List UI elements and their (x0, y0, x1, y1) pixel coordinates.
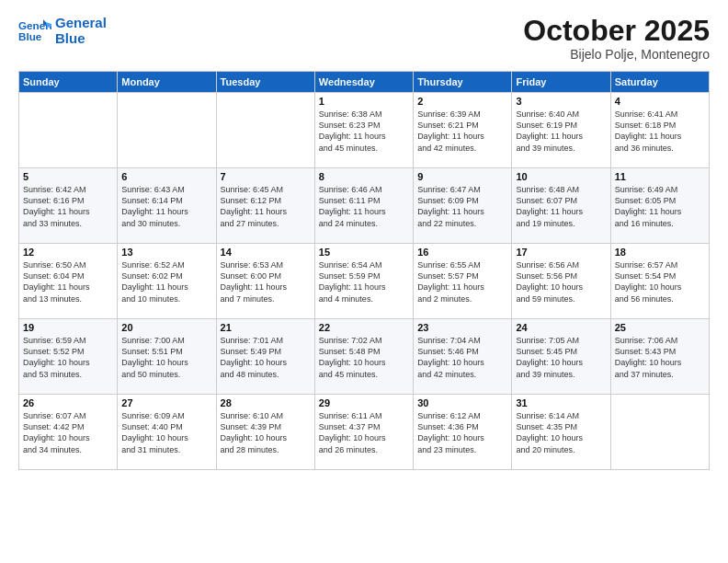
cell-daylight-info: Sunrise: 6:54 AM Sunset: 5:59 PM Dayligh… (319, 259, 409, 304)
cell-daylight-info: Sunrise: 6:09 AM Sunset: 4:40 PM Dayligh… (121, 410, 211, 455)
calendar-cell: 16Sunrise: 6:55 AM Sunset: 5:57 PM Dayli… (414, 244, 512, 319)
day-number: 18 (615, 247, 705, 258)
day-number: 24 (516, 322, 606, 333)
day-number: 12 (23, 247, 113, 258)
cell-daylight-info: Sunrise: 6:53 AM Sunset: 6:00 PM Dayligh… (221, 259, 311, 304)
calendar-cell: 22Sunrise: 7:02 AM Sunset: 5:48 PM Dayli… (314, 319, 413, 395)
cell-daylight-info: Sunrise: 7:04 AM Sunset: 5:46 PM Dayligh… (417, 335, 507, 380)
cell-daylight-info: Sunrise: 6:47 AM Sunset: 6:09 PM Dayligh… (417, 184, 507, 229)
calendar-cell: 2Sunrise: 6:39 AM Sunset: 6:21 PM Daylig… (414, 93, 512, 168)
calendar-cell: 13Sunrise: 6:52 AM Sunset: 6:02 PM Dayli… (118, 244, 216, 319)
cell-daylight-info: Sunrise: 6:40 AM Sunset: 6:19 PM Dayligh… (516, 109, 606, 154)
day-number: 8 (319, 171, 409, 182)
cell-daylight-info: Sunrise: 6:11 AM Sunset: 4:37 PM Dayligh… (319, 410, 409, 455)
calendar-cell: 3Sunrise: 6:40 AM Sunset: 6:19 PM Daylig… (512, 93, 610, 168)
day-number: 27 (121, 397, 211, 408)
calendar-cell: 31Sunrise: 6:14 AM Sunset: 4:35 PM Dayli… (512, 395, 610, 470)
day-number: 6 (121, 171, 211, 182)
day-number: 13 (121, 247, 211, 258)
calendar-cell: 8Sunrise: 6:46 AM Sunset: 6:11 PM Daylig… (314, 168, 413, 244)
cell-daylight-info: Sunrise: 7:05 AM Sunset: 5:45 PM Dayligh… (516, 335, 606, 380)
day-number: 16 (417, 247, 507, 258)
cell-daylight-info: Sunrise: 6:14 AM Sunset: 4:35 PM Dayligh… (516, 410, 606, 455)
cell-daylight-info: Sunrise: 6:52 AM Sunset: 6:02 PM Dayligh… (121, 259, 211, 304)
day-number: 17 (516, 247, 606, 258)
day-number: 29 (319, 397, 409, 408)
month-title: October 2025 (523, 15, 710, 47)
location-subtitle: Bijelo Polje, Montenegro (523, 47, 710, 62)
day-number: 23 (417, 322, 507, 333)
calendar-cell: 7Sunrise: 6:45 AM Sunset: 6:12 PM Daylig… (216, 168, 314, 244)
cell-daylight-info: Sunrise: 6:49 AM Sunset: 6:05 PM Dayligh… (615, 184, 705, 229)
calendar-cell: 28Sunrise: 6:10 AM Sunset: 4:39 PM Dayli… (216, 395, 314, 470)
day-header-sunday: Sunday (19, 72, 118, 93)
calendar-cell: 18Sunrise: 6:57 AM Sunset: 5:54 PM Dayli… (610, 244, 709, 319)
day-number: 15 (319, 247, 409, 258)
cell-daylight-info: Sunrise: 6:55 AM Sunset: 5:57 PM Dayligh… (417, 259, 507, 304)
cell-daylight-info: Sunrise: 6:42 AM Sunset: 6:16 PM Dayligh… (23, 184, 113, 229)
day-number: 28 (221, 397, 311, 408)
cell-daylight-info: Sunrise: 6:57 AM Sunset: 5:54 PM Dayligh… (615, 259, 705, 304)
calendar-cell: 14Sunrise: 6:53 AM Sunset: 6:00 PM Dayli… (216, 244, 314, 319)
calendar-cell: 12Sunrise: 6:50 AM Sunset: 6:04 PM Dayli… (19, 244, 118, 319)
cell-daylight-info: Sunrise: 7:06 AM Sunset: 5:43 PM Dayligh… (615, 335, 705, 380)
calendar-header-row: SundayMondayTuesdayWednesdayThursdayFrid… (19, 72, 710, 93)
calendar-cell: 9Sunrise: 6:47 AM Sunset: 6:09 PM Daylig… (414, 168, 512, 244)
day-header-thursday: Thursday (414, 72, 512, 93)
day-header-monday: Monday (118, 72, 216, 93)
title-block: October 2025 Bijelo Polje, Montenegro (523, 15, 710, 62)
day-header-tuesday: Tuesday (216, 72, 314, 93)
page-header: General Blue General Blue October 2025 B… (18, 15, 710, 62)
day-number: 9 (417, 171, 507, 182)
day-number: 7 (221, 171, 311, 182)
day-header-friday: Friday (512, 72, 610, 93)
day-number: 4 (615, 96, 705, 107)
logo-text: General Blue (55, 15, 107, 47)
logo: General Blue General Blue (18, 15, 107, 47)
calendar-week-row: 19Sunrise: 6:59 AM Sunset: 5:52 PM Dayli… (19, 319, 710, 395)
day-number: 22 (319, 322, 409, 333)
cell-daylight-info: Sunrise: 6:59 AM Sunset: 5:52 PM Dayligh… (23, 335, 113, 380)
calendar-cell: 30Sunrise: 6:12 AM Sunset: 4:36 PM Dayli… (414, 395, 512, 470)
cell-daylight-info: Sunrise: 7:02 AM Sunset: 5:48 PM Dayligh… (319, 335, 409, 380)
cell-daylight-info: Sunrise: 6:45 AM Sunset: 6:12 PM Dayligh… (221, 184, 311, 229)
calendar-cell: 1Sunrise: 6:38 AM Sunset: 6:23 PM Daylig… (314, 93, 413, 168)
day-number: 11 (615, 171, 705, 182)
day-number: 21 (221, 322, 311, 333)
calendar-cell: 17Sunrise: 6:56 AM Sunset: 5:56 PM Dayli… (512, 244, 610, 319)
calendar-cell: 4Sunrise: 6:41 AM Sunset: 6:18 PM Daylig… (610, 93, 709, 168)
day-number: 19 (23, 322, 113, 333)
calendar-cell: 21Sunrise: 7:01 AM Sunset: 5:49 PM Dayli… (216, 319, 314, 395)
calendar-cell: 20Sunrise: 7:00 AM Sunset: 5:51 PM Dayli… (118, 319, 216, 395)
calendar-cell (610, 395, 709, 470)
cell-daylight-info: Sunrise: 7:01 AM Sunset: 5:49 PM Dayligh… (221, 335, 311, 380)
svg-text:Blue: Blue (18, 30, 42, 42)
calendar-cell: 6Sunrise: 6:43 AM Sunset: 6:14 PM Daylig… (118, 168, 216, 244)
calendar-cell: 27Sunrise: 6:09 AM Sunset: 4:40 PM Dayli… (118, 395, 216, 470)
day-number: 5 (23, 171, 113, 182)
calendar-cell: 29Sunrise: 6:11 AM Sunset: 4:37 PM Dayli… (314, 395, 413, 470)
calendar-cell: 25Sunrise: 7:06 AM Sunset: 5:43 PM Dayli… (610, 319, 709, 395)
cell-daylight-info: Sunrise: 6:39 AM Sunset: 6:21 PM Dayligh… (417, 109, 507, 154)
cell-daylight-info: Sunrise: 6:43 AM Sunset: 6:14 PM Dayligh… (121, 184, 211, 229)
cell-daylight-info: Sunrise: 7:00 AM Sunset: 5:51 PM Dayligh… (121, 335, 211, 380)
day-number: 30 (417, 397, 507, 408)
calendar-week-row: 12Sunrise: 6:50 AM Sunset: 6:04 PM Dayli… (19, 244, 710, 319)
calendar-table: SundayMondayTuesdayWednesdayThursdayFrid… (18, 71, 710, 470)
calendar-cell: 26Sunrise: 6:07 AM Sunset: 4:42 PM Dayli… (19, 395, 118, 470)
day-number: 26 (23, 397, 113, 408)
day-header-wednesday: Wednesday (314, 72, 413, 93)
calendar-week-row: 1Sunrise: 6:38 AM Sunset: 6:23 PM Daylig… (19, 93, 710, 168)
calendar-cell: 24Sunrise: 7:05 AM Sunset: 5:45 PM Dayli… (512, 319, 610, 395)
day-header-saturday: Saturday (610, 72, 709, 93)
day-number: 20 (121, 322, 211, 333)
day-number: 14 (221, 247, 311, 258)
cell-daylight-info: Sunrise: 6:07 AM Sunset: 4:42 PM Dayligh… (23, 410, 113, 455)
cell-daylight-info: Sunrise: 6:38 AM Sunset: 6:23 PM Dayligh… (319, 109, 409, 154)
logo-icon: General Blue (18, 17, 51, 43)
calendar-cell: 10Sunrise: 6:48 AM Sunset: 6:07 PM Dayli… (512, 168, 610, 244)
calendar-cell: 19Sunrise: 6:59 AM Sunset: 5:52 PM Dayli… (19, 319, 118, 395)
calendar-cell (118, 93, 216, 168)
day-number: 3 (516, 96, 606, 107)
cell-daylight-info: Sunrise: 6:50 AM Sunset: 6:04 PM Dayligh… (23, 259, 113, 304)
